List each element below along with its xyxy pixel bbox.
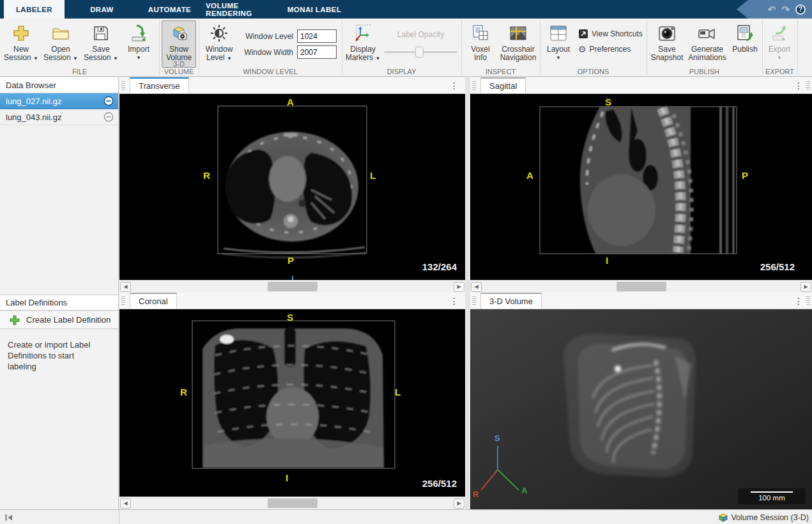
sagittal-ct-image <box>470 94 812 280</box>
tab-draw[interactable]: DRAW <box>72 0 132 19</box>
window-level-dropdown[interactable]: Window Level ▼ <box>201 20 237 68</box>
export-button[interactable]: Export ▼ <box>763 20 795 68</box>
tab-automate[interactable]: AUTOMATE <box>139 0 201 19</box>
drag-grip-icon[interactable] <box>121 81 125 89</box>
transverse-ct-image <box>119 94 465 280</box>
scroll-track[interactable] <box>482 281 800 293</box>
gear-icon: ⚙ <box>578 44 586 54</box>
quick-access-bar: ↶ ↷ ? <box>737 0 812 19</box>
app-tab-bar: LABELER DRAW AUTOMATE VOLUME RENDERING M… <box>0 0 812 19</box>
status-bar: Volume Session (3-D) <box>0 509 812 524</box>
window-width-label: Window Width <box>238 48 293 57</box>
session-status: Volume Session (3-D) <box>719 510 809 524</box>
layout-dropdown[interactable]: Layout ▼ <box>544 20 573 68</box>
remove-volume-icon[interactable] <box>103 96 114 106</box>
generate-animations-button[interactable]: Generate Animations <box>686 20 728 68</box>
chevron-down-icon: ▼ <box>556 54 561 62</box>
volume-cube-icon <box>719 513 728 522</box>
save-snapshot-button[interactable]: Save Snapshot <box>649 20 685 68</box>
orientation-marker-posterior: P <box>742 170 748 181</box>
scroll-left-arrow[interactable]: ◀ <box>471 282 482 292</box>
sagittal-tab[interactable]: Sagittal <box>480 77 526 94</box>
ribbon-section-options: Layout ▼ View Shortcuts ⚙ Preferences OP… <box>540 19 647 77</box>
import-button[interactable]: Import ▼ <box>123 20 155 68</box>
transverse-tab[interactable]: Transverse <box>130 77 189 94</box>
kebab-menu-icon[interactable]: ⋮ <box>794 295 801 307</box>
transverse-canvas[interactable]: A R L P 132/264 <box>119 94 465 280</box>
scroll-thumb[interactable] <box>617 282 666 291</box>
scroll-thumb[interactable] <box>268 498 318 508</box>
help-icon[interactable]: ? <box>795 4 806 15</box>
window-level-input[interactable] <box>297 29 337 43</box>
scroll-right-arrow[interactable]: ▶ <box>454 282 464 292</box>
publish-doc-icon <box>735 24 755 43</box>
transverse-header: Transverse ⋮ <box>119 77 465 94</box>
voxel-info-button[interactable]: Voxel Info <box>464 20 497 68</box>
cube-eye-icon <box>169 24 188 43</box>
drag-grip-icon[interactable] <box>472 81 476 89</box>
tab-monai-label[interactable]: MONAI LABEL <box>281 0 348 19</box>
kebab-menu-icon[interactable]: ⋮ <box>450 80 456 91</box>
coronal-tab[interactable]: Coronal <box>130 293 177 309</box>
data-browser-item[interactable]: lung_043.nii.gz <box>0 109 118 125</box>
crosshair-navigation-button[interactable]: Crosshair Navigation <box>498 20 538 68</box>
sagittal-canvas[interactable]: S A P I 256/512 <box>470 94 812 280</box>
undo-icon[interactable]: ↶ <box>768 4 776 14</box>
scroll-track[interactable] <box>132 281 453 293</box>
display-markers-dropdown[interactable]: Display Markers ▼ <box>344 20 381 68</box>
window-width-input[interactable] <box>297 45 337 59</box>
coronal-slice-scrollbar: ◀ ▶ <box>119 497 465 509</box>
drag-grip-icon[interactable] <box>121 297 125 305</box>
ribbon-section-inspect: Voxel Info Crosshair Navigation INSPECT <box>461 19 540 77</box>
new-session-button[interactable]: New Session ▼ <box>3 20 40 68</box>
volume3d-canvas[interactable]: S R A 100 mm <box>470 309 812 509</box>
remove-volume-icon[interactable] <box>103 112 114 122</box>
kebab-menu-icon[interactable]: ⋮ <box>450 295 456 307</box>
sidebar: Data Browser lung_027.nii.gz lung_043.ni… <box>0 77 119 509</box>
axis-label-right: R <box>473 489 479 499</box>
slice-indicator: 256/512 <box>422 478 457 489</box>
camera-icon <box>657 24 677 43</box>
open-session-button[interactable]: Open Session ▼ <box>42 20 79 68</box>
crosshair-image-icon <box>509 24 528 43</box>
label-definitions-header: Label Definitions <box>0 295 118 311</box>
data-browser-item[interactable]: lung_027.nii.gz <box>0 93 118 109</box>
sagittal-header: Sagittal ⋮ <box>470 77 812 94</box>
drag-grip-icon[interactable] <box>806 81 810 89</box>
preferences-button[interactable]: ⚙ Preferences <box>578 43 631 56</box>
label-definitions-hint: Create or import Label Definitions to st… <box>8 339 105 372</box>
volume3d-tab[interactable]: 3-D Volume <box>480 293 542 309</box>
scale-bar: 100 mm <box>738 488 806 504</box>
coronal-canvas[interactable]: S R L I 256/512 <box>119 309 465 497</box>
scroll-right-arrow[interactable]: ▶ <box>801 282 811 292</box>
create-label-definition-button[interactable]: Create Label Definition <box>0 311 118 329</box>
collapse-sidebar-icon[interactable] <box>4 513 13 522</box>
drag-grip-icon[interactable] <box>806 297 810 305</box>
kebab-menu-icon[interactable]: ⋮ <box>794 80 801 91</box>
main-workspace: Data Browser lung_027.nii.gz lung_043.ni… <box>0 77 812 509</box>
scroll-left-arrow[interactable]: ◀ <box>120 282 131 292</box>
scroll-thumb[interactable] <box>268 282 318 291</box>
label-opacity-slider <box>384 51 457 53</box>
volume-rendering-image <box>470 309 812 509</box>
orientation-marker-anterior: A <box>287 96 294 107</box>
transverse-slice-scrollbar: ◀ ▶ <box>119 280 465 293</box>
ribbon-section-export: Export ▼ EXPORT <box>762 19 797 77</box>
tab-volume-rendering[interactable]: VOLUME RENDERING <box>206 0 276 19</box>
green-plus-icon <box>9 314 20 326</box>
save-session-button[interactable]: Save Session ▼ <box>82 20 120 68</box>
scroll-left-arrow[interactable]: ◀ <box>120 498 131 509</box>
drag-grip-icon[interactable] <box>472 297 476 305</box>
coronal-ct-image <box>119 309 465 497</box>
axes-markers-icon <box>353 24 372 43</box>
import-icon <box>129 24 148 43</box>
publish-button[interactable]: Publish <box>730 20 760 68</box>
save-icon <box>91 24 111 43</box>
scroll-right-arrow[interactable]: ▶ <box>454 498 464 509</box>
scroll-track[interactable] <box>132 498 453 509</box>
redo-icon[interactable]: ↷ <box>781 4 790 14</box>
tab-labeler[interactable]: LABELER <box>4 0 65 19</box>
scale-bar-line <box>751 491 793 493</box>
label-opacity-label: Label Opacity <box>384 30 457 39</box>
view-shortcuts-button[interactable]: View Shortcuts <box>578 27 643 40</box>
